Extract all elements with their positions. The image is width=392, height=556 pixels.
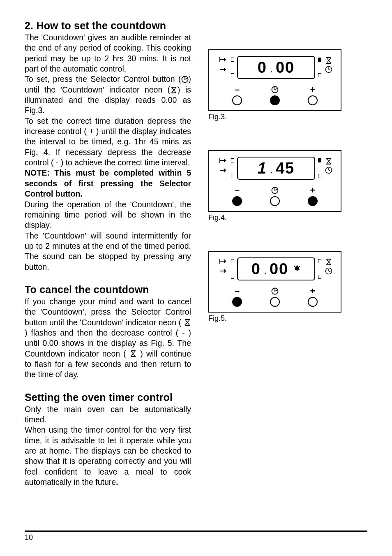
selector-icon <box>181 76 189 83</box>
plus-button[interactable]: + <box>304 186 321 206</box>
sec1-p3: To set the correct time duration depress… <box>25 116 191 168</box>
button-circle <box>232 95 242 105</box>
page-number: 10 <box>25 533 33 542</box>
indicator-box <box>231 174 234 178</box>
minus-button[interactable]: – <box>229 287 245 307</box>
button-circle <box>270 196 280 206</box>
sec1-note: NOTE: This must be completed within 5 se… <box>25 168 191 199</box>
button-circle <box>270 95 280 105</box>
plus-button[interactable]: + <box>304 86 321 105</box>
indicator-box <box>231 158 234 162</box>
lcd-display: 1 . 45 <box>237 157 315 180</box>
display-right: 00 <box>270 260 288 278</box>
sec3-p1: Only the main oven can be automatically … <box>25 404 191 425</box>
page-footer: 10 <box>25 531 367 542</box>
display-right: 00 <box>276 59 295 76</box>
display-left: 0 <box>258 59 267 76</box>
sec1-p5: The 'Countdown' will sound intermittentl… <box>25 231 191 272</box>
sec1-p2a: To set, press the Selector Control butto… <box>25 74 181 83</box>
figure-3-label: Fig.3. <box>208 113 352 121</box>
display-left: 1 <box>258 160 267 177</box>
sec2-p1: If you change your mind and want to canc… <box>25 297 191 380</box>
indicator-box <box>318 275 321 279</box>
button-circle <box>270 297 280 307</box>
cook-start-icon <box>219 267 228 275</box>
sec3-p2b: . <box>116 477 118 486</box>
sec1-p2: To set, press the Selector Control butto… <box>25 74 191 116</box>
heading-oven-timer: Setting the oven timer control <box>25 392 191 403</box>
indicator-box <box>318 259 321 263</box>
figure-4-label: Fig.4. <box>208 213 352 222</box>
cook-start-icon <box>219 66 228 73</box>
cook-end-icon <box>219 257 228 265</box>
display-dot: . <box>270 66 272 74</box>
lcd-display: 0 . 00 <box>237 257 315 280</box>
sec1-p4: During the operation of the 'Countdown',… <box>25 199 191 231</box>
cook-end-icon <box>219 56 228 63</box>
indicator-box <box>231 259 234 263</box>
indicator-box <box>231 58 234 62</box>
minus-label: – <box>235 186 240 195</box>
display-left: 0 <box>251 260 261 278</box>
indicator-box <box>231 275 234 279</box>
indicator-box <box>318 58 321 62</box>
heading-cancel-countdown: To cancel the countdown <box>25 284 191 296</box>
selector-button[interactable] <box>267 287 283 307</box>
hourglass-icon <box>184 319 191 326</box>
plus-label: + <box>310 287 316 295</box>
cook-end-icon <box>219 157 228 164</box>
minus-button[interactable]: – <box>229 86 245 105</box>
button-circle <box>308 95 318 105</box>
plus-label: + <box>310 86 316 94</box>
sec2-p1a: If you change your mind and want to canc… <box>25 297 191 327</box>
clock-icon <box>325 167 332 174</box>
minus-label: – <box>235 86 240 94</box>
display-dot: . <box>264 267 266 276</box>
hourglass-icon <box>325 158 332 165</box>
hourglass-icon <box>129 350 137 357</box>
cook-start-icon <box>219 167 228 174</box>
sec3-p2: When using the timer control for the ver… <box>25 425 191 487</box>
lcd-display: 0 . 00 <box>237 56 315 79</box>
button-circle <box>232 297 242 307</box>
figure-3: 0 . 00 <box>208 49 341 111</box>
selector-button[interactable] <box>267 186 283 206</box>
indicator-box <box>318 73 321 77</box>
sec3-p2a: When using the timer control for the ver… <box>25 425 191 486</box>
display-dot: . <box>270 167 272 175</box>
selector-button[interactable] <box>267 86 283 105</box>
indicator-box <box>231 73 234 77</box>
plus-button[interactable]: + <box>304 287 321 307</box>
bell-icon <box>293 264 301 273</box>
minus-button[interactable]: – <box>229 186 245 206</box>
button-circle <box>232 196 242 206</box>
hourglass-icon <box>170 86 178 94</box>
minus-label: – <box>235 287 240 295</box>
hourglass-icon <box>325 258 332 266</box>
figure-4: 1 . 45 <box>208 150 341 212</box>
indicator-box <box>318 158 321 162</box>
sec1-p1: The 'Countdown' gives an audible reminde… <box>25 32 191 74</box>
button-circle <box>308 196 318 206</box>
indicator-box <box>318 174 321 178</box>
button-circle <box>308 297 318 307</box>
clock-icon <box>325 66 332 73</box>
clock-icon <box>325 267 332 275</box>
heading-set-countdown: 2. How to set the countdown <box>25 20 191 32</box>
figure-5-label: Fig.5. <box>208 314 352 323</box>
display-right: 45 <box>276 160 295 177</box>
figure-5: 0 . 00 <box>208 251 341 313</box>
plus-label: + <box>310 186 316 195</box>
hourglass-icon <box>325 57 332 64</box>
